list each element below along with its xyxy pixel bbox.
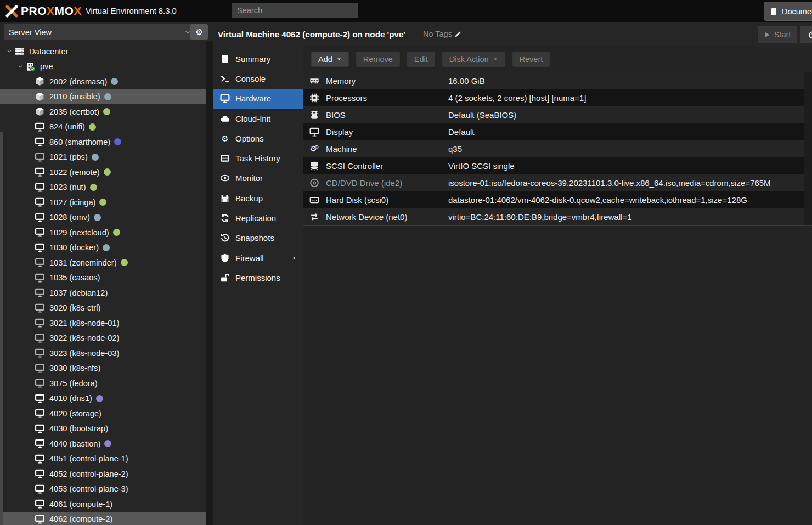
tag-dot [111, 78, 118, 85]
menu-item-options[interactable]: ⚙Options [213, 128, 303, 148]
hardware-row-value: q35 [448, 144, 812, 154]
shield-icon [219, 253, 230, 263]
hardware-row[interactable]: BIOSDefault (SeaBIOS) [303, 106, 812, 123]
start-button[interactable]: Start [758, 26, 797, 43]
tree-item-1030[interactable]: 1030 (docker) [0, 240, 206, 256]
tree-item-4051[interactable]: 4051 (control-plane-1) [0, 451, 206, 467]
tree-item-2002[interactable]: 2002 (dnsmasq) [0, 74, 206, 89]
start-label: Start [774, 30, 791, 39]
shutdown-button[interactable] [800, 26, 812, 43]
tree-item-1023[interactable]: 1023 (nut) [0, 180, 206, 195]
hardware-row[interactable]: SCSI ControllerVirtIO SCSI single [303, 157, 812, 174]
tree-item-2035[interactable]: 2035 (certbot) [0, 104, 206, 120]
expand-caret-icon[interactable] [4, 48, 14, 54]
menu-item-task-history[interactable]: Task History [213, 148, 303, 168]
hardware-row[interactable]: Hard Disk (scsi0)datastore-01:4062/vm-40… [303, 191, 812, 208]
tree-item-4053[interactable]: 4053 (control-plane-3) [0, 482, 206, 497]
tree-item-1037[interactable]: 1037 (debian12) [0, 285, 206, 301]
hardware-row-value: Default (SeaBIOS) [448, 110, 812, 120]
hardware-row-label: BIOS [326, 110, 448, 120]
tree-item-1028[interactable]: 1028 (omv) [0, 210, 206, 225]
list-icon [219, 154, 230, 163]
tree-item-4020[interactable]: 4020 (storage) [0, 406, 206, 421]
tree-item-1027[interactable]: 1027 (icinga) [0, 195, 206, 210]
tree-item-1035[interactable]: 1035 (casaos) [0, 270, 206, 286]
tags-editor[interactable]: No Tags [423, 30, 461, 38]
page-title: Virtual Machine 4062 (compute-2) on node… [218, 30, 405, 39]
tree-item-3075[interactable]: 3075 (fedora) [0, 376, 206, 391]
tree-item-datacenter[interactable]: Datacenter [0, 44, 206, 59]
menu-item-backup[interactable]: Backup [213, 188, 303, 208]
edit-button[interactable]: Edit [407, 52, 435, 67]
vm-icon [35, 197, 45, 207]
view-selector[interactable]: Server View [4, 24, 195, 40]
display-icon [308, 127, 320, 137]
tree-item-3023[interactable]: 3023 (k8s-node-03) [0, 346, 206, 361]
vm-icon [35, 409, 45, 418]
menu-item-console[interactable]: Console [213, 69, 303, 88]
expand-caret-icon[interactable] [15, 64, 25, 70]
tree-item-4040[interactable]: 4040 (bastion) [0, 436, 206, 451]
tree-item-1022[interactable]: 1022 (remote) [0, 165, 206, 180]
vm-icon [35, 364, 45, 373]
tree-item-4010[interactable]: 4010 (dns1) [0, 391, 206, 407]
hardware-row[interactable]: CD/DVD Drive (ide2)isostore-01:iso/fedor… [303, 174, 812, 191]
vm-icon [35, 379, 45, 388]
tree-item-1029[interactable]: 1029 (nextcloud) [0, 225, 206, 240]
menu-item-monitor[interactable]: Monitor [213, 168, 303, 188]
harddisk-icon [308, 195, 320, 205]
machine-icon: ⚙⚙ [308, 144, 320, 154]
menu-item-snapshots[interactable]: Snapshots [213, 228, 303, 248]
revert-button[interactable]: Revert [512, 52, 550, 67]
tree-item-4062[interactable]: 4062 (compute-2) [0, 512, 206, 525]
hardware-row[interactable]: Processors4 (2 sockets, 2 cores) [host] … [303, 89, 812, 106]
hardware-row[interactable]: DisplayDefault [303, 123, 812, 140]
tree-item-4061[interactable]: 4061 (compute-1) [0, 496, 206, 512]
tree-item-label: 1037 (debian12) [49, 289, 108, 297]
disk-action-button[interactable]: Disk Action [442, 52, 505, 67]
documentation-button[interactable]: Documentation [764, 2, 812, 21]
remove-button[interactable]: Remove [356, 52, 400, 67]
brand-text: PROXMOX [21, 4, 82, 18]
hardware-row-value: 4 (2 sockets, 2 cores) [host] [numa=1] [448, 93, 812, 103]
tree-item-4052[interactable]: 4052 (control-plane-2) [0, 466, 206, 482]
hardware-row-value: isostore-01:iso/fedora-coreos-39.2023110… [448, 178, 812, 188]
vm-icon [35, 122, 45, 132]
tree-item-3021[interactable]: 3021 (k8s-node-01) [0, 315, 206, 331]
tree-item-4030[interactable]: 4030 (bootstrap) [0, 421, 206, 437]
hardware-row[interactable]: Network Device (net0)virtio=BC:24:11:60:… [303, 208, 812, 225]
vm-icon [35, 288, 45, 297]
button-label: Disk Action [449, 55, 489, 64]
hardware-row[interactable]: Memory16.00 GiB [303, 72, 812, 89]
tree-item-label: 1035 (casaos) [49, 273, 100, 282]
sidebar-settings-button[interactable]: ⚙ [190, 24, 208, 40]
brand-subtitle: Virtual Environment 8.3.0 [86, 7, 177, 15]
button-label: Remove [363, 55, 393, 64]
sidebar-scrollbar[interactable] [0, 132, 3, 525]
hardware-row[interactable]: ⚙⚙Machineq35 [303, 140, 812, 157]
menu-item-firewall[interactable]: Firewall [213, 248, 303, 268]
tree-item-pve[interactable]: pve [0, 59, 206, 75]
tree-item-824[interactable]: 824 (unifi) [0, 120, 206, 135]
menu-item-permissions[interactable]: Permissions [213, 268, 303, 287]
search-input[interactable] [232, 3, 358, 18]
menu-item-cloud-init[interactable]: Cloud-Init [213, 109, 303, 128]
table-scroll-gutter[interactable] [804, 72, 812, 225]
container-icon [35, 77, 45, 86]
tree-item-1021[interactable]: 1021 (pbs) [0, 150, 206, 165]
tree-item-3020[interactable]: 3020 (k8s-ctrl) [0, 301, 206, 316]
menu-item-hardware[interactable]: Hardware [213, 89, 303, 109]
tag-dot [104, 440, 111, 447]
tree-item-3030[interactable]: 3030 (k8s-nfs) [0, 361, 206, 376]
tree-item-860[interactable]: 860 (smarthome) [0, 134, 206, 150]
tree-item-3022[interactable]: 3022 (k8s-node-02) [0, 331, 206, 346]
menu-item-replication[interactable]: Replication [213, 208, 303, 228]
vm-icon [35, 213, 45, 222]
container-icon [35, 92, 45, 101]
add-button[interactable]: Add [311, 52, 349, 67]
cdrom-icon [308, 178, 320, 188]
tag-dot [103, 244, 110, 251]
tree-item-2010[interactable]: 2010 (ansible) [0, 89, 206, 105]
menu-item-summary[interactable]: Summary [213, 49, 303, 69]
tree-item-1031[interactable]: 1031 (zoneminder) [0, 255, 206, 270]
